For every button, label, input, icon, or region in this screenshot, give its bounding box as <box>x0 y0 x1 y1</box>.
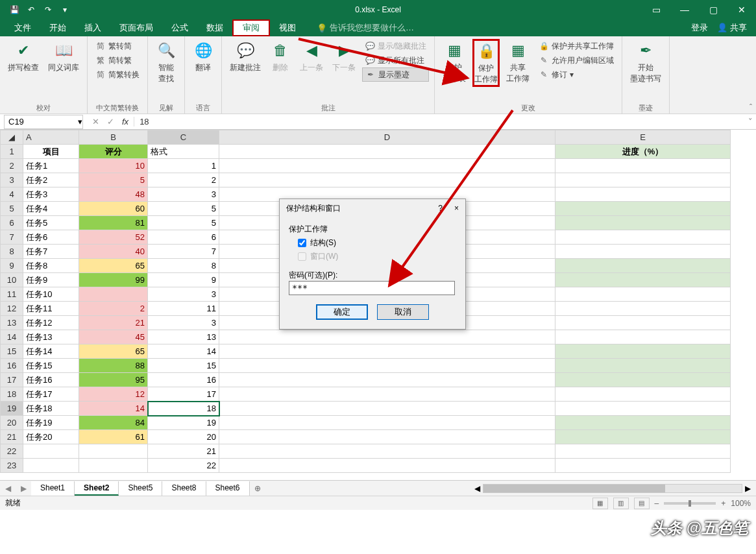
structure-checkbox[interactable]: 结构(S) <box>298 237 456 248</box>
name-box[interactable]: C19▾ <box>4 115 83 129</box>
cell[interactable]: 10 <box>79 159 148 173</box>
select-all-corner[interactable]: ◢ <box>1 130 23 145</box>
page-layout-view-icon[interactable]: ▥ <box>613 498 629 509</box>
cell[interactable]: 进度（%） <box>555 145 731 159</box>
chevron-down-icon[interactable]: ▾ <box>78 117 82 126</box>
cell[interactable]: 任务1 <box>23 159 79 173</box>
cell[interactable]: 99 <box>79 273 148 287</box>
row-header[interactable]: 15 <box>1 344 23 359</box>
cell[interactable]: 格式 <box>148 145 219 159</box>
row-header[interactable]: 6 <box>1 216 23 230</box>
cell[interactable]: 项目 <box>23 145 79 159</box>
cell[interactable] <box>219 444 555 459</box>
thesaurus-button[interactable]: 📖同义词库 <box>45 39 82 75</box>
cell[interactable]: 任务12 <box>23 316 79 330</box>
ok-button[interactable]: 确定 <box>316 304 368 320</box>
cell[interactable] <box>555 202 731 216</box>
cancel-button[interactable]: 取消 <box>377 304 429 320</box>
row-header[interactable]: 5 <box>1 202 23 216</box>
cell[interactable]: 45 <box>79 330 148 344</box>
cell[interactable]: 任务17 <box>23 387 79 402</box>
cell[interactable]: 任务14 <box>23 344 79 359</box>
share-workbook-button[interactable]: ▦共享 工作簿 <box>504 39 532 86</box>
sheet-tab[interactable]: Sheet5 <box>119 481 162 496</box>
row-header[interactable]: 3 <box>1 173 23 187</box>
cell[interactable] <box>555 430 731 444</box>
cell[interactable]: 20 <box>148 430 219 444</box>
cell[interactable]: 任务3 <box>23 187 79 202</box>
cell[interactable]: 18 <box>148 402 219 416</box>
sheet-nav-prev-icon[interactable]: ◀ <box>0 484 16 493</box>
dialog-close-icon[interactable]: × <box>454 204 459 213</box>
cell[interactable]: 6 <box>148 230 219 245</box>
cell[interactable]: 60 <box>79 202 148 216</box>
minimize-icon[interactable]: ― <box>670 0 699 19</box>
cell[interactable]: 任务5 <box>23 216 79 230</box>
row-header[interactable]: 2 <box>1 159 23 173</box>
cell[interactable] <box>219 145 555 159</box>
tell-me[interactable]: 💡告诉我您想要做什么… <box>317 22 414 34</box>
track-changes-button[interactable]: ✎修订 ▾ <box>536 67 616 82</box>
horizontal-scrollbar[interactable] <box>483 484 742 493</box>
cell[interactable] <box>555 173 731 187</box>
cell[interactable] <box>555 344 731 359</box>
cell[interactable]: 9 <box>148 273 219 287</box>
zoom-in-icon[interactable]: + <box>721 499 726 508</box>
row-header[interactable]: 13 <box>1 316 23 330</box>
share-link[interactable]: 👤 共享 <box>717 22 747 34</box>
sheet-tab[interactable]: Sheet6 <box>206 481 250 496</box>
cell[interactable]: 1 <box>148 159 219 173</box>
cell[interactable] <box>555 287 731 302</box>
row-header[interactable]: 8 <box>1 245 23 259</box>
cell[interactable]: 任务18 <box>23 402 79 416</box>
row-header[interactable]: 11 <box>1 287 23 302</box>
cell[interactable] <box>219 387 555 402</box>
cell[interactable]: 5 <box>148 216 219 230</box>
convert-button[interactable]: 简简繁转换 <box>93 67 142 82</box>
cell[interactable]: 评分 <box>79 145 148 159</box>
cell[interactable]: 12 <box>79 387 148 402</box>
ribbon-options-icon[interactable]: ▭ <box>642 0 670 19</box>
tab-insert[interactable]: 插入 <box>75 19 110 36</box>
cell[interactable]: 任务15 <box>23 359 79 373</box>
cell[interactable]: 11 <box>148 302 219 316</box>
row-header[interactable]: 18 <box>1 387 23 402</box>
cell[interactable]: 5 <box>148 202 219 216</box>
cell[interactable] <box>219 330 555 344</box>
dialog-help-icon[interactable]: ? <box>438 204 443 213</box>
cell[interactable]: 22 <box>148 459 219 473</box>
close-icon[interactable]: ✕ <box>727 0 756 19</box>
protect-sheet-button[interactable]: ▦保护 工作表 <box>440 39 469 86</box>
cell[interactable] <box>219 344 555 359</box>
password-input[interactable] <box>289 281 455 295</box>
translate-button[interactable]: 🌐翻译 <box>190 39 216 75</box>
scroll-left-icon[interactable]: ◀ <box>474 484 480 493</box>
allow-edit-button[interactable]: ✎允许用户编辑区域 <box>536 53 616 67</box>
cell[interactable] <box>555 402 731 416</box>
cell[interactable] <box>555 387 731 402</box>
qat-more-icon[interactable]: ▾ <box>57 2 73 18</box>
cell[interactable] <box>79 287 148 302</box>
fx-icon[interactable]: fx <box>122 117 128 126</box>
row-header[interactable]: 10 <box>1 273 23 287</box>
cell[interactable] <box>555 273 731 287</box>
confirm-entry-icon[interactable]: ✓ <box>107 117 114 126</box>
spell-check-button[interactable]: ✔拼写检查 <box>5 39 42 75</box>
cell[interactable] <box>555 187 731 202</box>
cell[interactable] <box>555 330 731 344</box>
cell[interactable] <box>555 359 731 373</box>
row-header[interactable]: 21 <box>1 430 23 444</box>
sheet-nav-next-icon[interactable]: ▶ <box>16 484 31 493</box>
page-break-view-icon[interactable]: ▤ <box>634 498 650 509</box>
cell[interactable] <box>219 173 555 187</box>
cell[interactable]: 81 <box>79 216 148 230</box>
cell[interactable]: 17 <box>148 387 219 402</box>
tab-formulas[interactable]: 公式 <box>162 19 197 36</box>
to-traditional-button[interactable]: 繁简转繁 <box>93 53 142 67</box>
col-header-C[interactable]: C <box>148 130 219 145</box>
cell[interactable]: 14 <box>79 402 148 416</box>
show-all-comments-button[interactable]: 💬显示所有批注 <box>362 53 429 67</box>
to-simplified-button[interactable]: 简繁转简 <box>93 39 142 53</box>
cell[interactable] <box>555 302 731 316</box>
cell[interactable]: 65 <box>79 344 148 359</box>
